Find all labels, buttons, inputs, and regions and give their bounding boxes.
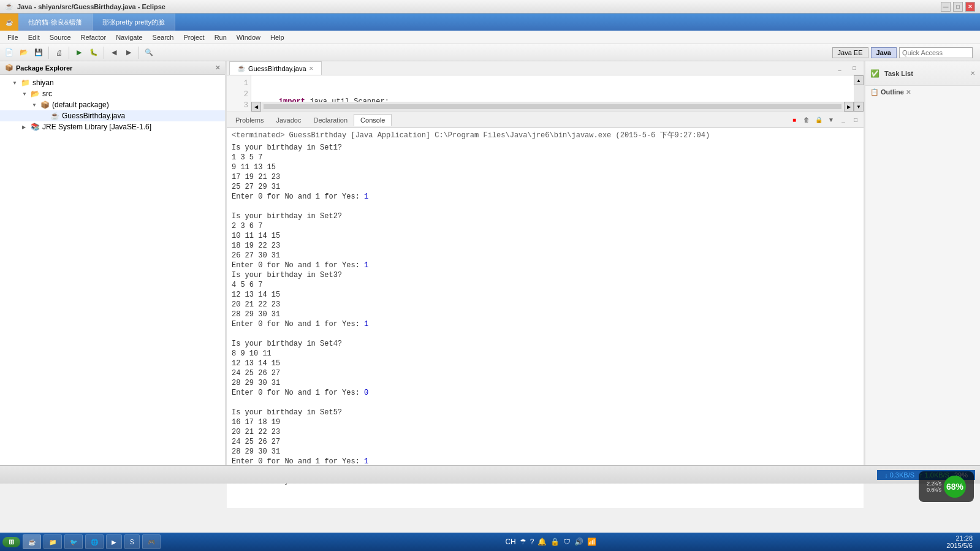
console-line-27: 20 21 22 23 xyxy=(232,427,859,437)
menu-help[interactable]: Help xyxy=(265,32,289,42)
console-blank-1 xyxy=(232,202,859,211)
menu-source[interactable]: Source xyxy=(45,32,76,42)
console-line-2: 1 3 5 7 xyxy=(232,153,859,162)
console-line-6: Enter 0 for No and 1 for Yes: 1 xyxy=(232,192,859,202)
start-orb: ⊞ xyxy=(9,538,14,545)
minimize-button[interactable]: — xyxy=(941,2,951,12)
console-maximize-icon[interactable]: □ xyxy=(850,115,861,126)
tree-item-shiyan[interactable]: ▼ 📁 shiyan xyxy=(0,77,225,88)
close-tasklist-icon[interactable]: ✕ xyxy=(970,70,975,77)
taskbar-sogou-icon: S xyxy=(130,539,134,545)
toolbar-new[interactable]: 📄 xyxy=(2,46,16,59)
taskbar-item-bird[interactable]: 🐦 xyxy=(64,534,83,549)
menu-window[interactable]: Window xyxy=(232,32,265,42)
menu-refactor[interactable]: Refactor xyxy=(76,32,112,42)
top-tab-1[interactable]: 他的貓-徐良&楊藩 xyxy=(18,13,93,31)
package-explorer-header: 📦 Package Explorer ✕ xyxy=(0,61,225,75)
toolbar-open[interactable]: 📂 xyxy=(17,46,31,59)
console-line-13: Is your birthday in Set3? xyxy=(232,270,859,280)
tree-item-guessbirthday[interactable]: ▶ ☕ GuessBirthday.java xyxy=(0,110,225,121)
start-button[interactable]: ⊞ xyxy=(2,537,20,547)
tray-icon-7[interactable]: 🔊 xyxy=(574,538,583,546)
java-ee-perspective[interactable]: Java EE xyxy=(832,47,868,58)
editor-maximize[interactable]: □ xyxy=(848,61,861,75)
tree-label-src: src xyxy=(42,89,52,98)
taskbar-item-sogou[interactable]: S xyxy=(124,534,140,549)
java-perspective[interactable]: Java xyxy=(871,47,897,58)
console-options-icon[interactable]: ▼ xyxy=(826,115,837,126)
tree-arrow-shiyan: ▼ xyxy=(12,80,18,86)
code-scroll-left[interactable]: ◀ xyxy=(251,102,261,112)
toolbar-run[interactable]: ▶ xyxy=(72,46,86,59)
system-clock[interactable]: 21:28 2015/5/6 xyxy=(941,534,978,549)
tray-icon-signal[interactable]: 📶 xyxy=(587,538,596,546)
tree-item-default-package[interactable]: ▼ 📦 (default package) xyxy=(0,99,225,110)
package-tree: ▼ 📁 shiyan ▼ 📂 src ▼ 📦 (default package)… xyxy=(0,75,225,465)
quick-access-input[interactable] xyxy=(899,47,973,58)
menu-project[interactable]: Project xyxy=(178,32,209,42)
console-line-18: Enter 0 for No and 1 for Yes: 1 xyxy=(232,319,859,329)
console-minimize-icon[interactable]: _ xyxy=(838,115,849,126)
console-clear-icon[interactable]: 🗑 xyxy=(801,115,812,126)
toolbar-debug[interactable]: 🐛 xyxy=(87,46,101,59)
console-line-20: 8 9 10 11 xyxy=(232,349,859,359)
tab-console[interactable]: Console xyxy=(354,114,392,126)
tray-icon-2[interactable]: ☂ xyxy=(520,538,526,546)
console-tab-bar: Problems Javadoc Declaration Console ■ 🗑… xyxy=(227,112,864,128)
outline-header: 📋 Outline ✕ xyxy=(865,86,980,99)
tree-item-jre[interactable]: ▶ 📚 JRE System Library [JavaSE-1.6] xyxy=(0,121,225,132)
toolbar-search[interactable]: 🔍 xyxy=(142,46,156,59)
tab-javadoc[interactable]: Javadoc xyxy=(270,115,307,126)
taskbar-item-eclipse[interactable]: ☕ xyxy=(23,534,41,549)
editor-minimize[interactable]: _ xyxy=(833,61,846,75)
tree-label-jre: JRE System Library [JavaSE-1.6] xyxy=(42,123,151,131)
app-icon: ☕ xyxy=(5,2,13,10)
menu-run[interactable]: Run xyxy=(210,32,232,42)
console-terminate-icon[interactable]: ■ xyxy=(789,115,800,126)
tray-icon-1[interactable]: CH xyxy=(505,538,515,546)
taskbar-item-app7[interactable]: 🎮 xyxy=(142,534,161,549)
taskbar-media-icon: ▶ xyxy=(112,539,116,545)
tray-icon-6[interactable]: 🛡 xyxy=(563,538,571,546)
console-scroll-lock-icon[interactable]: 🔒 xyxy=(813,115,824,126)
maximize-button[interactable]: □ xyxy=(953,2,963,12)
close-button[interactable]: ✕ xyxy=(965,2,975,12)
menu-edit[interactable]: Edit xyxy=(23,32,45,42)
tray-icon-3[interactable]: ? xyxy=(530,538,534,546)
close-outline-icon[interactable]: ✕ xyxy=(906,89,911,96)
toolbar-save[interactable]: 💾 xyxy=(32,46,45,59)
console-blank-5 xyxy=(232,496,859,506)
tab-declaration[interactable]: Declaration xyxy=(307,115,354,126)
tray-icon-4[interactable]: 🔔 xyxy=(537,538,547,546)
clock-time: 21:28 xyxy=(946,534,973,542)
task-list-title: Task List xyxy=(884,70,913,77)
code-scroll-right[interactable]: ▶ xyxy=(844,102,854,112)
editor-tab-close[interactable]: ✕ xyxy=(309,66,314,72)
code-scroll-up[interactable]: ▲ xyxy=(854,75,864,85)
menu-file[interactable]: File xyxy=(2,32,23,42)
code-editor[interactable]: 1 2 3 import java.util.Scanner; ▲ ▼ ◀ xyxy=(227,75,864,112)
menu-navigate[interactable]: Navigate xyxy=(111,32,147,42)
console-line-8: 2 3 6 7 xyxy=(232,221,859,231)
tree-item-src[interactable]: ▼ 📂 src xyxy=(0,88,225,99)
top-tab-2[interactable]: 那张pretty pretty的臉 xyxy=(93,13,175,31)
system-tray: CH ☂ ? 🔔 🔒 🛡 🔊 📶 xyxy=(500,538,601,546)
toolbar-forward[interactable]: ▶ xyxy=(122,46,135,59)
toolbar-print[interactable]: 🖨 xyxy=(52,46,66,59)
taskbar-item-explorer[interactable]: 📁 xyxy=(44,534,62,549)
taskbar-item-media[interactable]: ▶ xyxy=(106,534,122,549)
tray-icon-5[interactable]: 🔒 xyxy=(550,538,560,546)
toolbar-back[interactable]: ◀ xyxy=(107,46,121,59)
tab-problems[interactable]: Problems xyxy=(229,115,270,126)
console-line-12: Enter 0 for No and 1 for Yes: 1 xyxy=(232,260,859,270)
and-label: and xyxy=(298,389,311,397)
package-explorer-title: Package Explorer xyxy=(16,64,72,72)
menu-search[interactable]: Search xyxy=(148,32,179,42)
taskbar-item-browser[interactable]: 🌐 xyxy=(85,534,104,549)
console-line-16: 20 21 22 23 xyxy=(232,300,859,310)
console-line-19: Is your birthday in Set4? xyxy=(232,339,859,349)
editor-tab-guessbirthday[interactable]: ☕ GuessBirthday.java ✕ xyxy=(229,61,322,75)
tree-arrow-jre: ▶ xyxy=(22,124,28,130)
code-scroll-down[interactable]: ▼ xyxy=(854,102,864,112)
close-explorer-icon[interactable]: ✕ xyxy=(215,64,220,71)
